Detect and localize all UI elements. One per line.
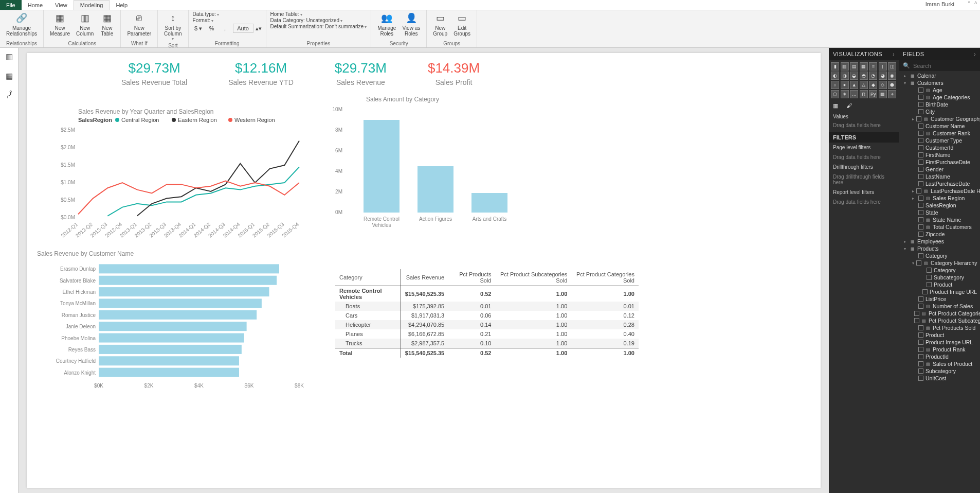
table-row[interactable]: Planes$6,166,672.850.211.000.40 (335, 329, 639, 339)
field-checkbox[interactable] (918, 332, 923, 338)
field-node[interactable]: ▤Age Categories (899, 94, 980, 101)
tab-view[interactable]: View (49, 0, 74, 10)
field-node[interactable]: ListPrice (899, 295, 980, 303)
viz-type-icon[interactable]: ≡ (869, 62, 877, 71)
visualization-picker[interactable]: ▮▥▤▦≡⫿◫◐◑◒◓◔◕◉○●▲△◆◇⬢⬡✶…RPy▦⌖ (829, 60, 899, 100)
view-as-roles-button[interactable]: 👤View asRoles (400, 11, 422, 38)
viz-type-icon[interactable]: △ (860, 81, 868, 89)
field-node[interactable]: Product (899, 281, 980, 288)
tab-modeling[interactable]: Modeling (74, 0, 110, 10)
field-checkbox[interactable] (918, 174, 923, 179)
field-checkbox[interactable] (916, 260, 921, 266)
field-node[interactable]: Subcategory (899, 367, 980, 375)
field-checkbox[interactable] (918, 232, 923, 237)
field-checkbox[interactable] (918, 102, 923, 107)
new-table-button[interactable]: ▦NewTable (98, 11, 116, 38)
tab-help[interactable]: Help (110, 0, 134, 10)
field-node[interactable]: Product (899, 331, 980, 339)
values-drop-area[interactable]: Drag data fields here (829, 120, 899, 130)
field-node[interactable]: LastPurchaseDate (899, 180, 980, 187)
new-parameter-button[interactable]: ⎚NewParameter (125, 11, 153, 38)
fields-tab-icon[interactable]: ▦ (833, 102, 841, 111)
matrix-visual[interactable]: CategorySales RevenuePct Products SoldPc… (335, 269, 639, 358)
field-checkbox[interactable] (927, 282, 932, 287)
visualizations-header[interactable]: VISUALIZATIONS› (829, 48, 899, 60)
field-checkbox[interactable] (916, 188, 921, 193)
viz-type-icon[interactable]: ▦ (860, 62, 868, 71)
card-sales-revenue[interactable]: $29.73M Sales Revenue (335, 60, 387, 86)
viz-type-icon[interactable]: ◔ (869, 72, 877, 80)
format-dropdown[interactable]: Format: (193, 17, 214, 23)
field-node[interactable]: ▸▤Customer Geography (899, 115, 980, 122)
field-node[interactable]: ▸▤Sales Region (899, 195, 980, 202)
field-checkbox[interactable] (918, 340, 923, 345)
field-checkbox[interactable] (918, 160, 923, 165)
field-node[interactable]: Subcategory (899, 274, 980, 281)
viz-type-icon[interactable]: ○ (831, 81, 839, 89)
decimal-spinner[interactable]: ▴▾ (256, 24, 262, 33)
field-node[interactable]: ▤Pct Product Subcategories... (899, 317, 980, 324)
field-node[interactable]: Product Image URL (899, 288, 980, 295)
field-checkbox[interactable] (918, 210, 923, 215)
field-node[interactable]: ▤Pct Products Sold (899, 324, 980, 331)
field-node[interactable]: ▤Customer Rank (899, 130, 980, 137)
new-measure-button[interactable]: ▦NewMeasure (48, 11, 72, 38)
field-node[interactable]: ▤Pct Product Categories Sold (899, 310, 980, 317)
decimal-auto-input[interactable]: Auto (233, 24, 253, 33)
data-type-dropdown[interactable]: Data type: (193, 11, 220, 17)
field-node[interactable]: Customer Name (899, 122, 980, 130)
table-node[interactable]: ▸▦Employees (899, 238, 980, 245)
viz-type-icon[interactable]: ▥ (841, 62, 849, 71)
field-node[interactable]: ▾▤Category Hierarchy (899, 259, 980, 267)
viz-type-icon[interactable]: ◑ (841, 72, 849, 80)
percent-button[interactable]: % (206, 24, 217, 33)
field-checkbox[interactable] (918, 145, 923, 150)
field-checkbox[interactable] (918, 253, 923, 258)
fields-tree[interactable]: ▸▦Calenar▾▦Customers▤Age▤Age CategoriesB… (899, 71, 980, 383)
viz-type-icon[interactable]: ⫿ (879, 62, 887, 71)
viz-type-icon[interactable]: ⬡ (831, 90, 839, 98)
table-row[interactable]: Trucks$2,987,357.50.101.000.19 (335, 339, 639, 348)
new-group-button[interactable]: ▭NewGroup (431, 11, 449, 38)
home-table-dropdown[interactable]: Home Table: (270, 11, 302, 17)
field-node[interactable]: CustomerId (899, 144, 980, 151)
field-node[interactable]: State (899, 209, 980, 216)
field-checkbox[interactable] (918, 354, 923, 359)
model-view-icon[interactable]: ᓮ (3, 89, 16, 102)
viz-type-icon[interactable]: ✶ (841, 90, 849, 98)
field-node[interactable]: Category (899, 267, 980, 274)
hbar-chart[interactable]: Sales Revenue by Customer NameErasmo Dun… (32, 249, 310, 393)
viz-type-icon[interactable]: Py (869, 90, 877, 98)
field-node[interactable]: ▤Total Customers (899, 223, 980, 231)
card-sales-revenue-total[interactable]: $29.73M Sales Revenue Total (121, 60, 187, 86)
viz-type-icon[interactable]: ◕ (879, 72, 887, 80)
field-checkbox[interactable] (918, 224, 923, 230)
sort-by-column-button[interactable]: ↕Sort byColumn (162, 11, 184, 43)
table-node[interactable]: ▾▦Products (899, 245, 980, 252)
field-node[interactable]: ▤Number of Sales (899, 303, 980, 310)
field-checkbox[interactable] (918, 376, 923, 381)
table-row[interactable]: Cars$1,917,031.30.061.000.12 (335, 311, 639, 320)
edit-groups-button[interactable]: ▭EditGroups (451, 11, 473, 38)
field-node[interactable]: ProductId (899, 353, 980, 360)
manage-relationships-button[interactable]: 🔗ManageRelationships (4, 11, 39, 38)
field-node[interactable]: BirthDate (899, 101, 980, 108)
viz-type-icon[interactable]: ◫ (888, 62, 896, 71)
viz-type-icon[interactable]: … (850, 90, 858, 98)
field-node[interactable]: ▤Sales of Product (899, 360, 980, 367)
field-checkbox[interactable] (918, 368, 923, 374)
viz-type-icon[interactable]: ▲ (850, 81, 858, 89)
field-checkbox[interactable] (916, 116, 921, 121)
column-chart[interactable]: Sales Amount by Category0M2M4M6M8M10MRem… (320, 94, 536, 238)
field-checkbox[interactable] (918, 181, 923, 186)
field-checkbox[interactable] (922, 289, 928, 294)
field-node[interactable]: ▤State Name (899, 216, 980, 223)
viz-type-icon[interactable]: ⬢ (888, 81, 896, 89)
viz-type-icon[interactable]: ◆ (869, 81, 877, 89)
field-node[interactable]: Customer Type (899, 137, 980, 144)
field-checkbox[interactable] (918, 203, 923, 208)
comma-button[interactable]: , (220, 24, 231, 33)
field-checkbox[interactable] (918, 325, 923, 330)
field-node[interactable]: ▤Age (899, 86, 980, 94)
field-node[interactable]: ▤Product Rank (899, 346, 980, 353)
